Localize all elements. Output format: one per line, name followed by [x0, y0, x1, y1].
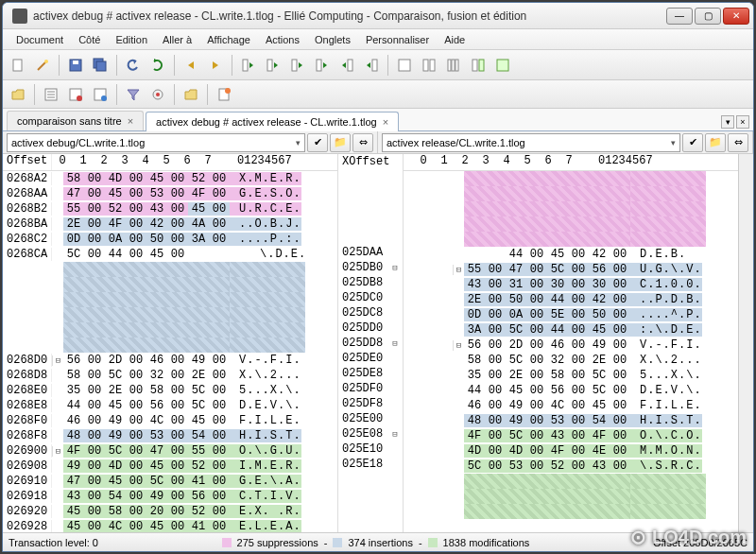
merge-r2-button[interactable]: [360, 54, 383, 77]
left-hex-pane[interactable]: Offset 01234567 01234567 0268A258004D004…: [3, 154, 337, 532]
close-icon[interactable]: ×: [383, 116, 388, 128]
app-window: activex debug # activex release - CL.wri…: [2, 2, 754, 552]
layout-5-button[interactable]: [491, 54, 514, 77]
legend: 275 suppressions - 374 insertions - 1838…: [110, 537, 642, 548]
insertion-count: 374 insertions: [348, 537, 413, 548]
right-file-pane: activex release/CL.write.1.tlog ✔ 📁 ⇔: [378, 131, 753, 153]
folder-button[interactable]: [180, 83, 202, 106]
view-3-button[interactable]: [89, 83, 112, 106]
wand-button[interactable]: [31, 54, 54, 77]
file-path-bar: activex debug/CL.write.1.tlog ✔ 📁 ⇔ acti…: [3, 131, 753, 154]
new-doc-button[interactable]: [7, 54, 29, 77]
layout-3-button[interactable]: [442, 54, 465, 77]
byte-header: 2: [455, 154, 475, 170]
svg-rect-19: [479, 60, 484, 71]
view-1-button[interactable]: [40, 83, 62, 106]
refresh-button[interactable]: [146, 54, 169, 77]
undo-button[interactable]: [122, 54, 145, 77]
tab-dropdown-button[interactable]: ▾: [721, 115, 734, 129]
left-file-pane: activex debug/CL.write.1.tlog ✔ 📁 ⇔: [3, 131, 378, 153]
app-icon: [12, 9, 27, 24]
byte-header: 7: [198, 154, 218, 170]
left-link-button[interactable]: ⇔: [352, 133, 373, 152]
svg-point-29: [225, 88, 231, 94]
svg-rect-9: [317, 60, 321, 71]
svg-rect-8: [292, 60, 297, 71]
maximize-button[interactable]: ▢: [695, 8, 721, 25]
merge-r1-button[interactable]: [335, 54, 358, 77]
byte-header: 6: [538, 154, 558, 170]
svg-rect-11: [372, 60, 377, 71]
menu-edition[interactable]: Edition: [108, 31, 155, 48]
menu-personnaliser[interactable]: Personnaliser: [358, 31, 437, 48]
separator: [59, 55, 60, 76]
svg-rect-10: [348, 60, 352, 71]
svg-rect-3: [73, 61, 78, 64]
xoffset-header: XOffset: [338, 155, 389, 168]
mark-button[interactable]: [146, 83, 169, 106]
minimize-button[interactable]: —: [666, 8, 693, 25]
merge-l2-button[interactable]: [262, 54, 284, 77]
suppression-count: 275 suppressions: [237, 537, 318, 548]
left-confirm-button[interactable]: ✔: [307, 133, 328, 152]
right-hex-header: 01234567 01234567: [404, 154, 738, 171]
right-hex-pane[interactable]: 01234567 01234567 440045004200 D.E.B.⊟55…: [404, 154, 738, 532]
cross-offset-column: XOffset 025DAA025DB0⊟025DB8025DC0025DC80…: [337, 154, 404, 532]
close-icon[interactable]: ×: [128, 115, 133, 127]
svg-rect-12: [399, 60, 410, 71]
prev-diff-button[interactable]: [180, 54, 202, 77]
insertion-swatch: [333, 538, 342, 547]
menubar: DocumentCôtéEditionAller àAffichageActio…: [3, 29, 753, 50]
svg-rect-5: [96, 61, 106, 71]
byte-header: 6: [177, 154, 198, 170]
svg-point-23: [77, 95, 82, 101]
merge-l1-button[interactable]: [237, 54, 260, 77]
layout-4-button[interactable]: [467, 54, 490, 77]
svg-rect-20: [497, 60, 508, 71]
menu-onglets[interactable]: Onglets: [307, 31, 358, 48]
svg-rect-13: [423, 60, 428, 71]
svg-point-25: [101, 95, 107, 101]
menu-document[interactable]: Document: [9, 31, 71, 48]
menu-aller à[interactable]: Aller à: [155, 31, 199, 48]
separator: [174, 55, 175, 76]
svg-rect-14: [430, 60, 435, 71]
folder-up-button[interactable]: [7, 83, 29, 106]
svg-rect-6: [243, 60, 248, 71]
right-link-button[interactable]: ⇔: [728, 133, 748, 152]
vertical-scrollbar[interactable]: [738, 154, 753, 532]
page-button[interactable]: [213, 83, 235, 106]
menu-aide[interactable]: Aide: [437, 31, 472, 48]
byte-header: 3: [114, 154, 135, 170]
left-file-combo[interactable]: activex debug/CL.write.1.tlog: [7, 133, 305, 152]
tab-close-button[interactable]: ×: [736, 115, 749, 129]
merge-l4-button[interactable]: [311, 54, 334, 77]
right-file-combo[interactable]: activex release/CL.write.1.tlog: [382, 133, 680, 152]
titlebar[interactable]: activex debug # activex release - CL.wri…: [3, 3, 753, 29]
tab[interactable]: activex debug # activex release - CL.wri…: [146, 112, 399, 131]
filter-button[interactable]: [122, 83, 145, 106]
view-2-button[interactable]: [64, 83, 87, 106]
close-button[interactable]: ✕: [723, 8, 749, 25]
next-diff-button[interactable]: [204, 54, 227, 77]
left-browse-button[interactable]: 📁: [330, 133, 351, 152]
layout-1-button[interactable]: [393, 54, 416, 77]
watermark: ⊙ LO4D.com: [630, 526, 747, 548]
byte-header: 5: [156, 154, 177, 170]
svg-rect-17: [455, 60, 458, 71]
svg-rect-16: [452, 60, 455, 71]
save-all-button[interactable]: [89, 54, 112, 77]
byte-header: 3: [475, 154, 496, 170]
menu-affichage[interactable]: Affichage: [199, 31, 258, 48]
svg-rect-18: [472, 60, 477, 71]
right-confirm-button[interactable]: ✔: [682, 133, 703, 152]
tab[interactable]: comparaison sans titre×: [7, 111, 144, 130]
byte-header: 0: [52, 154, 73, 170]
layout-2-button[interactable]: [418, 54, 440, 77]
merge-l3-button[interactable]: [286, 54, 309, 77]
save-button[interactable]: [64, 54, 87, 77]
menu-actions[interactable]: Actions: [258, 31, 307, 48]
right-browse-button[interactable]: 📁: [705, 133, 726, 152]
separator: [232, 55, 232, 76]
menu-côté[interactable]: Côté: [71, 31, 108, 48]
